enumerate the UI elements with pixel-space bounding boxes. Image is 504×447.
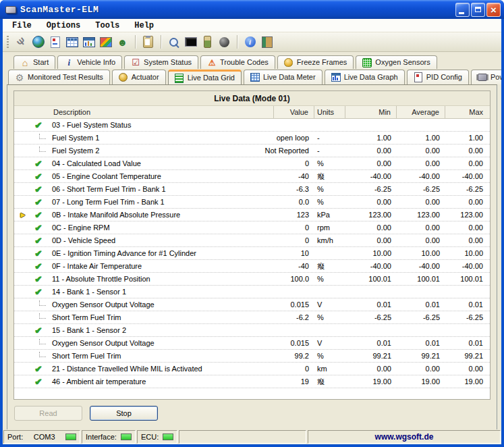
- units-cell: V: [314, 300, 345, 309]
- table-row[interactable]: ✔03 - Fuel System Status: [14, 119, 490, 132]
- tab-live-data-grid[interactable]: Live Data Grid: [168, 70, 242, 84]
- read-button[interactable]: Read: [14, 406, 82, 421]
- close-button[interactable]: ×: [486, 3, 501, 17]
- image-window-icon[interactable]: [99, 35, 113, 49]
- minimize-button[interactable]: [455, 3, 470, 17]
- menu-item-help[interactable]: Help: [129, 20, 159, 31]
- column-header-average[interactable]: Average: [397, 106, 445, 118]
- column-header-description[interactable]: Description: [14, 106, 274, 118]
- website-link[interactable]: www.wgsoft.de: [375, 432, 434, 442]
- table-row[interactable]: Oxygen Sensor Output Voltage0.015V0.010.…: [14, 337, 490, 350]
- row-status: [32, 313, 47, 322]
- tab-label: Live Data Graph: [344, 74, 398, 81]
- average-cell: 0.01: [397, 339, 445, 347]
- table-row[interactable]: ✔21 - Distance Travelled While MIL is Ac…: [14, 363, 490, 375]
- exit-icon[interactable]: [260, 35, 274, 49]
- battery-icon[interactable]: [200, 35, 215, 49]
- tab-live-data-graph[interactable]: Live Data Graph: [325, 70, 405, 84]
- description-cell: Fuel System 2: [47, 147, 265, 155]
- table-row[interactable]: ✔15 - Bank 1 - Sensor 2: [14, 324, 490, 337]
- paste-icon[interactable]: [141, 35, 155, 49]
- report-icon[interactable]: [48, 35, 62, 49]
- menu-item-file[interactable]: File: [7, 20, 37, 31]
- table-row[interactable]: Short Term Fuel Trim-6.2%-6.25-6.25-6.25: [14, 311, 490, 324]
- column-header-max[interactable]: Max: [445, 106, 490, 118]
- status-port-panel: Port: COM3: [3, 430, 80, 444]
- column-header-value[interactable]: Value: [274, 106, 314, 118]
- column-header-min[interactable]: Min: [345, 106, 397, 118]
- ecu-label: ECU:: [141, 433, 159, 441]
- title-bar[interactable]: ScanMaster-ELM ×: [0, 0, 504, 19]
- table-row[interactable]: ✔07 - Long Term Fuel Trim - Bank 10.0%0.…: [14, 196, 490, 209]
- table-row[interactable]: ✔06 - Short Term Fuel Trim - Bank 1-6.3%…: [14, 183, 490, 196]
- user-icon[interactable]: [115, 35, 130, 49]
- value-cell: -6.3: [274, 185, 314, 193]
- tree-connector-icon: [39, 313, 46, 319]
- table-row[interactable]: ✔0C - Engine RPM0rpm0.000.000.00: [14, 221, 490, 234]
- tab-trouble-codes[interactable]: Trouble Codes: [200, 55, 275, 69]
- description-cell: 0E - Ignition Timing Advance for #1 Cyli…: [47, 249, 274, 257]
- stop-button[interactable]: Stop: [90, 406, 158, 421]
- average-cell: 0.00: [397, 147, 445, 155]
- row-gutter: ►: [14, 211, 32, 219]
- tab-live-data-meter[interactable]: Live Data Meter: [244, 70, 323, 84]
- table-row[interactable]: ✔0D - Vehicle Speed0km/h0.000.000.00: [14, 234, 490, 247]
- connect-icon[interactable]: [14, 35, 28, 49]
- description-cell: 21 - Distance Travelled While MIL is Act…: [47, 365, 274, 373]
- search-icon[interactable]: [167, 35, 181, 49]
- toolbar-grip[interactable]: [7, 36, 9, 48]
- tab-actuator[interactable]: Actuator: [112, 70, 166, 84]
- table-row[interactable]: Short Term Fuel Trim99.2%99.2199.2199.21: [14, 350, 490, 363]
- min-cell: -6.25: [345, 185, 397, 193]
- table-row[interactable]: ✔04 - Calculated Load Value0%0.000.000.0…: [14, 157, 490, 170]
- tab-pid-config[interactable]: PID Config: [407, 70, 469, 84]
- table-row[interactable]: ►✔0B - Intake Manifold Absolute Pressure…: [14, 209, 490, 221]
- tree-connector-icon: [39, 147, 46, 152]
- terminal-icon[interactable]: [184, 35, 198, 49]
- tab-monitored-test-results[interactable]: Monitored Test Results: [8, 70, 110, 84]
- table-row[interactable]: Oxygen Sensor Output Voltage0.015V0.010.…: [14, 298, 490, 311]
- status-website-panel: www.wgsoft.de: [308, 430, 501, 444]
- value-cell: 0: [274, 159, 314, 167]
- meter-grid-icon: [250, 73, 260, 82]
- tab-start[interactable]: Start: [13, 55, 55, 69]
- table-row[interactable]: ✔0F - Intake Air Temperature-40癈-40.00-4…: [14, 260, 490, 273]
- tab-label: System Status: [144, 59, 192, 66]
- min-cell: 1.00: [345, 134, 397, 142]
- table-row[interactable]: ✔11 - Absolute Throttle Position100.0%10…: [14, 273, 490, 286]
- table-row[interactable]: Fuel System 2Not Reported-0.000.000.00: [14, 144, 490, 157]
- min-cell: -40.00: [345, 172, 397, 180]
- check-icon: ✔: [32, 377, 42, 387]
- max-cell: -40.00: [445, 262, 490, 270]
- chart-window-icon[interactable]: [82, 35, 96, 49]
- tab-vehicle-info[interactable]: Vehicle Info: [57, 55, 122, 69]
- data-table-icon[interactable]: [65, 35, 79, 49]
- info-icon[interactable]: [243, 35, 257, 49]
- description-cell: 0F - Intake Air Temperature: [47, 262, 274, 270]
- column-header-units[interactable]: Units: [314, 106, 345, 118]
- row-status: ✔: [32, 120, 47, 130]
- window-title: ScanMaster-ELM: [20, 5, 454, 15]
- average-cell: 0.00: [397, 236, 445, 244]
- menu-item-options[interactable]: Options: [41, 20, 86, 31]
- table-row[interactable]: ✔14 - Bank 1 - Sensor 1: [14, 286, 490, 298]
- row-status: ✔: [32, 159, 47, 169]
- sphere-icon[interactable]: [217, 35, 231, 49]
- description-cell: 0B - Intake Manifold Absolute Pressure: [47, 211, 274, 219]
- table-row[interactable]: ✔46 - Ambient air temperature19癈19.0019.…: [14, 375, 490, 388]
- table-row[interactable]: ✔0E - Ignition Timing Advance for #1 Cyl…: [14, 247, 490, 260]
- description-cell: 07 - Long Term Fuel Trim - Bank 1: [47, 198, 274, 206]
- globe-icon[interactable]: [31, 35, 45, 49]
- check-icon: ✔: [32, 172, 42, 182]
- value-cell: 19: [274, 377, 314, 386]
- tab-freeze-frames[interactable]: Freeze Frames: [277, 55, 354, 69]
- tab-oxygen-sensors[interactable]: Oxygen Sensors: [356, 55, 437, 69]
- menu-item-tools[interactable]: Tools: [90, 20, 125, 31]
- maximize-button[interactable]: [471, 3, 485, 17]
- average-cell: 0.00: [397, 224, 445, 232]
- table-row[interactable]: ✔05 - Engine Coolant Temperature-40癈-40.…: [14, 170, 490, 183]
- row-status: ✔: [32, 325, 47, 336]
- table-row[interactable]: Fuel System 1open loop-1.001.001.00: [14, 132, 490, 144]
- tab-system-status[interactable]: System Status: [124, 55, 198, 69]
- tab-power[interactable]: Power: [471, 70, 501, 84]
